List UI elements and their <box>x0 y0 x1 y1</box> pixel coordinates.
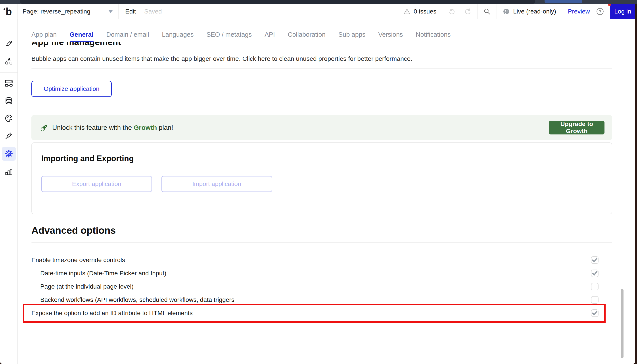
plan-name: Growth <box>134 124 157 131</box>
advanced-option-row-timezone: Enable timezone override controls <box>32 254 612 267</box>
checkbox-id-attribute[interactable] <box>591 310 598 317</box>
section-title-app-file-management: App file management <box>32 42 121 47</box>
check-icon <box>592 270 598 276</box>
advanced-option-label: Page (at the individual page level) <box>40 283 134 290</box>
importing-exporting-title: Importing and Exporting <box>41 154 134 163</box>
search-icon[interactable] <box>483 8 491 15</box>
advanced-option-label: Expose the option to add an ID attribute… <box>32 310 193 317</box>
import-application-button[interactable]: Import application <box>162 176 272 192</box>
advanced-option-row-id-attribute: Expose the option to add an ID attribute… <box>32 306 612 320</box>
warning-triangle-icon <box>404 8 410 15</box>
checkbox-page-level[interactable] <box>591 283 598 290</box>
sidebar-item-plugins[interactable] <box>3 130 15 142</box>
sidebar-item-data[interactable] <box>3 95 15 107</box>
issues-group[interactable]: 0 issues <box>398 4 442 19</box>
importing-exporting-buttons: Export application Import application <box>41 176 272 192</box>
scrollbar-thumb[interactable] <box>621 289 624 358</box>
upgrade-banner-text: Unlock this feature with the Growth plan… <box>52 124 173 131</box>
section-divider <box>32 68 612 69</box>
rocket-icon <box>40 124 48 132</box>
components-icon <box>5 79 13 87</box>
tab-collaboration[interactable]: Collaboration <box>288 31 326 42</box>
settings-content: App file management Bubble apps can cont… <box>18 42 635 364</box>
browser-blue-button[interactable] <box>544 0 582 3</box>
tab-domain-email[interactable]: Domain / email <box>106 31 149 42</box>
palette-icon <box>5 114 13 122</box>
redo-icon[interactable] <box>464 8 472 15</box>
bubble-logo-glyph: b <box>6 6 12 16</box>
plug-icon <box>5 132 13 140</box>
caret-down-icon <box>108 10 112 13</box>
advanced-option-row-page-level: Page (at the individual page level) <box>32 280 612 293</box>
preview-button[interactable]: Preview <box>568 8 590 15</box>
screen: b Page: reverse_repeating Edit Saved 0 i… <box>0 0 637 364</box>
advanced-option-row-datetime-inputs: Date-time inputs (Date-Time Picker and I… <box>32 267 612 280</box>
app-window: b Page: reverse_repeating Edit Saved 0 i… <box>0 4 635 364</box>
tab-sub-apps[interactable]: Sub apps <box>338 31 366 42</box>
upgrade-banner: Unlock this feature with the Growth plan… <box>32 115 612 140</box>
advanced-option-label: Enable timezone override controls <box>32 256 125 264</box>
undo-icon[interactable] <box>448 8 455 15</box>
gear-icon <box>5 150 13 158</box>
edit-saved-group: Edit Saved <box>118 4 162 19</box>
advanced-options-title: Advanced options <box>32 225 116 236</box>
login-button[interactable]: Log in <box>610 4 635 19</box>
checkbox-backend-workflows[interactable] <box>591 296 598 304</box>
checkbox-datetime-inputs[interactable] <box>591 270 598 277</box>
database-icon <box>5 97 13 105</box>
main-area: App plan General Domain / email Language… <box>18 19 635 364</box>
tab-api[interactable]: API <box>264 31 275 42</box>
export-application-button[interactable]: Export application <box>41 176 152 192</box>
sidebar-item-settings[interactable] <box>2 146 16 161</box>
advanced-option-label: Backend workflows (API workflows, schedu… <box>40 296 234 304</box>
browser-address-bar <box>20 0 535 4</box>
importing-exporting-card: Importing and Exporting Export applicati… <box>32 142 612 214</box>
sidebar-item-design[interactable] <box>3 37 15 50</box>
browser-top-bar <box>0 0 637 4</box>
help-group: ? <box>594 4 610 19</box>
section-divider <box>32 242 612 242</box>
toolbar-spacer <box>162 4 398 19</box>
sidebar-item-workflow[interactable] <box>3 55 15 68</box>
issues-count: 0 issues <box>414 8 436 15</box>
environment-label: Live (read-only) <box>513 8 556 15</box>
sitemap-icon <box>5 57 13 66</box>
globe-icon <box>502 8 510 15</box>
upgrade-to-growth-button[interactable]: Upgrade to Growth <box>549 121 604 134</box>
app-file-description: Bubble apps can contain unused items tha… <box>32 55 412 62</box>
tab-versions[interactable]: Versions <box>378 31 403 42</box>
check-icon <box>592 310 598 316</box>
tab-seo-metatags[interactable]: SEO / metatags <box>206 31 252 42</box>
sidebar-item-styles[interactable] <box>3 112 15 124</box>
bar-chart-icon <box>5 168 13 176</box>
sidebar-item-logs[interactable] <box>3 166 15 178</box>
preview-group: Preview <box>562 4 594 19</box>
sidebar-item-components[interactable] <box>3 77 15 89</box>
page-selector-label: Page: reverse_repeating <box>22 8 90 15</box>
settings-tabs: App plan General Domain / email Language… <box>18 19 635 42</box>
help-icon[interactable]: ? <box>596 7 604 16</box>
environment-selector[interactable]: Live (read-only) <box>496 4 562 19</box>
tab-general[interactable]: General <box>70 31 94 42</box>
search-group <box>477 4 496 19</box>
toolbar: b Page: reverse_repeating Edit Saved 0 i… <box>0 4 635 19</box>
advanced-option-label: Date-time inputs (Date-Time Picker and I… <box>40 270 166 277</box>
saved-status: Saved <box>144 8 162 15</box>
sidebar <box>0 19 18 364</box>
pencil-icon <box>5 39 13 48</box>
svg-text:?: ? <box>599 9 602 14</box>
checkbox-timezone-override[interactable] <box>591 256 598 264</box>
undo-redo-group <box>442 4 477 19</box>
page-selector[interactable]: Page: reverse_repeating <box>18 4 118 19</box>
sidebar-divider <box>0 72 18 72</box>
advanced-option-row-backend-workflows: Backend workflows (API workflows, schedu… <box>32 293 612 306</box>
check-icon <box>592 256 598 263</box>
optimize-application-button[interactable]: Optimize application <box>32 81 112 97</box>
tab-app-plan[interactable]: App plan <box>32 31 57 42</box>
edit-menu[interactable]: Edit <box>125 8 136 15</box>
tab-languages[interactable]: Languages <box>162 31 194 42</box>
bubble-logo[interactable]: b <box>0 4 18 19</box>
tab-notifications[interactable]: Notifications <box>416 31 451 42</box>
